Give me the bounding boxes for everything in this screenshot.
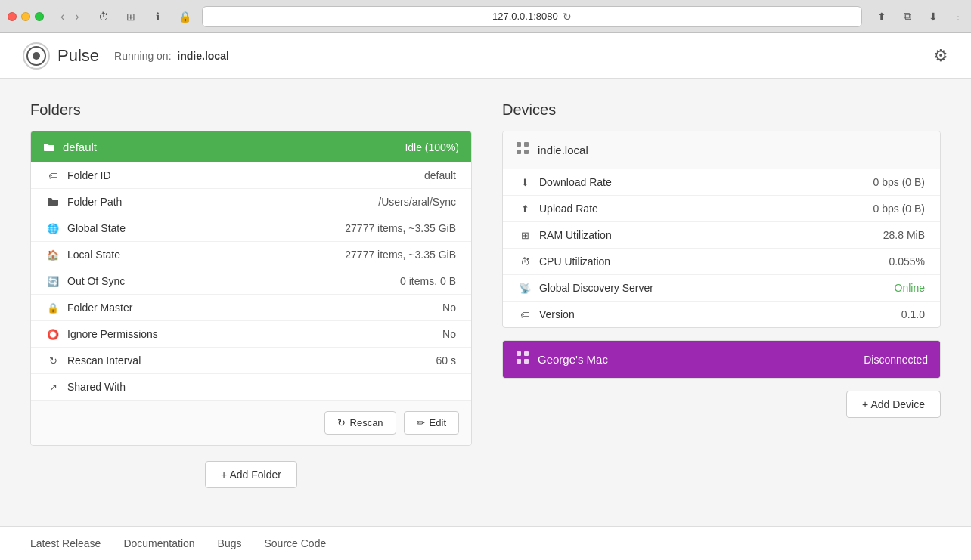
detail-row-folder-id: 🏷 Folder ID default bbox=[31, 162, 471, 189]
reload-button[interactable]: ↻ bbox=[563, 11, 572, 23]
detail-label: Shared With bbox=[67, 381, 448, 393]
svg-rect-8 bbox=[524, 351, 529, 356]
add-folder-button[interactable]: + Add Folder bbox=[205, 461, 297, 488]
device-detail-value-upload: 0 bps (0 B) bbox=[873, 203, 925, 215]
rescan-icon: ↻ bbox=[46, 355, 60, 367]
folder-card-default: default Idle (100%) 🏷 Folder ID default … bbox=[30, 131, 472, 446]
svg-rect-4 bbox=[524, 142, 529, 147]
detail-value-local-state: 27777 items, ~3.35 GiB bbox=[345, 249, 456, 261]
detail-row-ignore-permissions: ⭕ Ignore Permissions No bbox=[31, 321, 471, 348]
device-detail-ram: ⊞ RAM Utilization 28.8 MiB bbox=[503, 222, 940, 249]
detail-label: Ignore Permissions bbox=[67, 328, 435, 340]
browser-chrome: ‹ › ⏱ ⊞ ℹ 🔒 127.0.0.1:8080 ↻ ⬆ ⧉ ⬇ ⋮ bbox=[0, 0, 971, 33]
device-detail-label: Download Rate bbox=[539, 176, 866, 188]
detail-label: Local State bbox=[67, 249, 337, 261]
home-icon: 🏠 bbox=[46, 249, 60, 261]
detail-label: Out Of Sync bbox=[67, 275, 392, 287]
circle-icon: ⭕ bbox=[46, 329, 60, 340]
devices-title: Devices bbox=[502, 101, 941, 119]
detail-label: Folder Path bbox=[67, 196, 371, 208]
pulse-logo bbox=[23, 42, 50, 70]
footer-link-source-code[interactable]: Source Code bbox=[265, 537, 327, 549]
device-detail-value-cpu: 0.055% bbox=[889, 255, 925, 268]
add-folder-label: + Add Folder bbox=[221, 469, 281, 481]
lock-icon: 🔒 bbox=[46, 302, 60, 314]
add-device-button[interactable]: + Add Device bbox=[846, 391, 941, 418]
folder-details: 🏷 Folder ID default Folder Path /Users/a… bbox=[31, 162, 471, 400]
grid-icon-white bbox=[515, 350, 530, 365]
history-icon[interactable]: ⏱ bbox=[93, 6, 114, 27]
folder-header: default Idle (100%) bbox=[31, 131, 471, 162]
extension-icon[interactable]: 🔒 bbox=[175, 6, 196, 27]
folders-section: Folders default Idle (100%) 🏷 Folder ID … bbox=[30, 101, 472, 511]
folder-icon bbox=[43, 141, 55, 153]
upload-icon: ⬆ bbox=[518, 203, 532, 215]
forward-button[interactable]: › bbox=[70, 8, 83, 25]
settings-button[interactable]: ⚙ bbox=[933, 46, 948, 66]
edit-label: Edit bbox=[430, 417, 446, 429]
tab-button[interactable]: ⧉ bbox=[897, 6, 918, 27]
download-button[interactable]: ⬇ bbox=[923, 6, 944, 27]
detail-row-folder-path: Folder Path /Users/aral/Sync bbox=[31, 189, 471, 215]
detail-value-folder-path: /Users/aral/Sync bbox=[378, 196, 456, 208]
info-icon[interactable]: ℹ bbox=[147, 6, 169, 27]
footer-link-bugs[interactable]: Bugs bbox=[218, 537, 242, 549]
detail-label: Folder Master bbox=[67, 302, 435, 314]
browser-toolbar-icons: ⏱ ⊞ ℹ 🔒 bbox=[93, 6, 196, 27]
folder-name: default bbox=[63, 141, 97, 153]
device-grid-icon-georges bbox=[515, 350, 530, 369]
address-bar[interactable]: 127.0.0.1:8080 ↻ bbox=[202, 6, 862, 27]
footer-link-latest-release[interactable]: Latest Release bbox=[30, 537, 101, 549]
grid-icon bbox=[515, 141, 530, 156]
device-detail-value-ram: 28.8 MiB bbox=[883, 229, 925, 241]
detail-row-global-state: 🌐 Global State 27777 items, ~3.35 GiB bbox=[31, 215, 471, 242]
back-button[interactable]: ‹ bbox=[56, 8, 69, 25]
device-detail-download: ⬇ Download Rate 0 bps (0 B) bbox=[503, 169, 940, 196]
folder-fill-icon bbox=[47, 196, 59, 208]
device-detail-label: Upload Rate bbox=[539, 203, 866, 215]
device-detail-cpu: ⏱ CPU Utilization 0.055% bbox=[503, 249, 940, 275]
device-detail-version: 🏷 Version 0.1.0 bbox=[503, 302, 940, 327]
device-header-georges-mac: George's Mac Disconnected bbox=[503, 341, 940, 378]
device-details-indie-local: ⬇ Download Rate 0 bps (0 B) ⬆ Upload Rat… bbox=[503, 169, 940, 327]
disconnected-status: Disconnected bbox=[864, 354, 928, 366]
reader-icon[interactable]: ⊞ bbox=[120, 6, 141, 27]
traffic-lights bbox=[8, 12, 44, 21]
download-icon: ⬇ bbox=[518, 177, 532, 188]
maximize-window-button[interactable] bbox=[35, 12, 44, 21]
broadcast-icon: 📡 bbox=[518, 283, 532, 294]
minimize-window-button[interactable] bbox=[21, 12, 30, 21]
running-on-text: Running on: indie.local bbox=[114, 50, 229, 62]
folders-title: Folders bbox=[30, 101, 472, 119]
detail-label: Rescan Interval bbox=[67, 354, 429, 367]
rescan-button[interactable]: ↻ Rescan bbox=[324, 411, 396, 435]
url-text: 127.0.0.1:8080 bbox=[492, 11, 558, 22]
nav-buttons: ‹ › bbox=[56, 8, 84, 25]
device-detail-upload: ⬆ Upload Rate 0 bps (0 B) bbox=[503, 196, 940, 222]
detail-value-folder-id: default bbox=[424, 169, 456, 181]
folder-header-left: default bbox=[43, 141, 97, 153]
device-detail-label: RAM Utilization bbox=[539, 229, 876, 241]
detail-value-out-of-sync: 0 items, 0 B bbox=[400, 275, 456, 287]
add-folder-area: + Add Folder bbox=[30, 461, 472, 488]
app-title: Pulse bbox=[57, 46, 99, 66]
edit-button[interactable]: ✏ Edit bbox=[404, 411, 459, 435]
footer-link-documentation[interactable]: Documentation bbox=[123, 537, 194, 549]
share-button[interactable]: ⬆ bbox=[871, 6, 892, 27]
sync-icon: 🔄 bbox=[46, 276, 60, 287]
device-detail-label: Global Discovery Server bbox=[539, 282, 887, 294]
device-name-indie-local: indie.local bbox=[538, 144, 588, 156]
folder-actions: ↻ Rescan ✏ Edit bbox=[31, 400, 471, 445]
devices-section: Devices indie.local ⬇ Download bbox=[502, 101, 941, 511]
detail-row-shared-with: ↗ Shared With bbox=[31, 374, 471, 400]
device-detail-value-discovery: Online bbox=[895, 282, 925, 294]
close-window-button[interactable] bbox=[8, 12, 17, 21]
detail-label: Folder ID bbox=[67, 169, 417, 181]
share-icon: ↗ bbox=[46, 382, 60, 393]
rescan-label: Rescan bbox=[350, 417, 383, 429]
version-tag-icon: 🏷 bbox=[518, 309, 532, 320]
browser-actions: ⬆ ⧉ ⬇ bbox=[871, 6, 944, 27]
svg-rect-3 bbox=[517, 142, 521, 147]
device-name-georges-mac: George's Mac bbox=[538, 353, 856, 366]
detail-value-global-state: 27777 items, ~3.35 GiB bbox=[345, 222, 456, 234]
